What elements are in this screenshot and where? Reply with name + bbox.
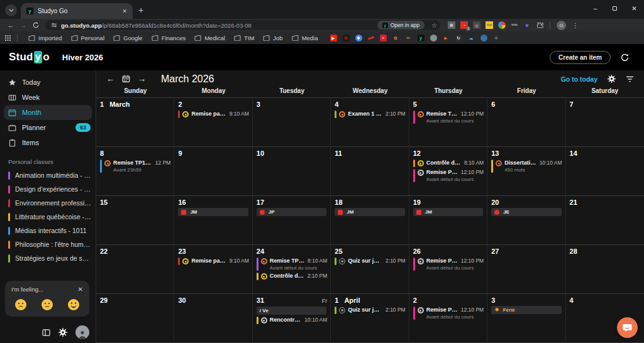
bookmark-folder-job[interactable]: Job xyxy=(263,35,282,41)
open-in-app-chip[interactable]: y Open in app xyxy=(377,21,425,30)
go-to-today-button[interactable]: Go to today xyxy=(561,75,597,83)
close-window-button[interactable]: ✕ xyxy=(625,1,644,15)
feeling-close-icon[interactable]: ✕ xyxy=(78,286,83,293)
day-cell[interactable]: 19JM xyxy=(409,196,487,245)
day-cell[interactable]: 16JM xyxy=(174,196,252,245)
orange-play-icon[interactable]: ▶ xyxy=(443,35,450,41)
calendar-event[interactable]: Contrôle de lectur...8:10 AM xyxy=(413,160,484,167)
calendar-event[interactable]: Remise Partielle ...12:10 PMAvant début … xyxy=(413,169,484,182)
new-tab-button[interactable]: + xyxy=(138,6,143,14)
day-cell[interactable]: 1March xyxy=(96,98,174,147)
day-cell[interactable]: 3 xyxy=(253,98,331,147)
globe-icon[interactable] xyxy=(480,35,487,41)
back-button[interactable]: ← xyxy=(5,22,16,29)
bookmark-folder-media[interactable]: Media xyxy=(292,35,318,41)
ext-forks-icon[interactable]: ΨΨΨ xyxy=(511,21,518,29)
day-cell[interactable]: 2Remise Partielle ...12:10 PMAvant début… xyxy=(409,294,487,343)
day-cell[interactable]: 10 xyxy=(253,147,331,196)
day-cell[interactable]: 30 xyxy=(174,294,252,343)
day-cell[interactable]: 17JP xyxy=(253,196,331,245)
day-cell[interactable]: 26Remise Partielle ...12:10 PMAvant débu… xyxy=(409,245,487,294)
calendar-event[interactable]: Rencontres indiv...10:10 AM xyxy=(257,317,327,324)
extensions-puzzle-icon[interactable] xyxy=(536,21,543,29)
day-cell[interactable]: 31Fr/ VeRencontres indiv...10:10 AM xyxy=(253,294,331,343)
day-cell[interactable]: 18JM xyxy=(331,196,409,245)
class-item[interactable]: Animation multimédia - 1021 xyxy=(0,168,96,182)
day-cell[interactable]: 2Remise partielle T...9:10 AM xyxy=(174,98,252,147)
day-cell[interactable]: 29 xyxy=(96,294,174,343)
ext-purple-icon[interactable]: ✾ xyxy=(523,21,531,29)
class-item[interactable]: Médias interactifs - 1011 xyxy=(0,224,96,237)
settings-gear-icon[interactable] xyxy=(58,328,67,337)
orange-flower-icon[interactable]: ✿ xyxy=(392,35,399,41)
bookmark-star-icon[interactable]: ☆ xyxy=(431,22,437,29)
class-item[interactable]: Design d'expériences - 1021 xyxy=(0,182,96,196)
calendar-settings-gear-icon[interactable] xyxy=(608,75,616,83)
day-cell[interactable]: 20JE xyxy=(487,196,565,245)
day-cell[interactable]: 28 xyxy=(566,245,644,294)
calendar-event[interactable]: Remise TP2 (25%)8:10 AMAvant début du co… xyxy=(257,258,327,271)
mood-worried-emoji[interactable] xyxy=(14,298,27,311)
red-swoosh-icon[interactable] xyxy=(367,36,374,40)
linkedin-orange-icon[interactable]: in xyxy=(405,35,412,41)
mini-calendar-icon[interactable] xyxy=(122,75,130,83)
class-item[interactable]: Environnement professionnel - 1... xyxy=(0,196,96,210)
calendar-event[interactable]: ★Quiz sur jeu (3%)2:10 PM xyxy=(335,258,405,265)
next-month-button[interactable]: → xyxy=(138,75,146,83)
panel-toggle-icon[interactable] xyxy=(42,329,50,336)
browser-tab[interactable]: y Studyo Go ✕ xyxy=(21,3,133,19)
site-info-icon[interactable] xyxy=(51,22,57,28)
address-bar[interactable]: go.studyo.app/p/68ab587e956afd1c8e4c6f0d… xyxy=(45,20,440,30)
prev-month-button[interactable]: ← xyxy=(106,75,114,83)
chat-fab-button[interactable] xyxy=(617,317,638,338)
ext-camera-icon[interactable]: ◎ xyxy=(473,21,480,29)
browser-menu-icon[interactable]: ⋮ xyxy=(572,22,579,29)
class-item[interactable]: Philosophie : l'être humain - 1250 xyxy=(0,237,96,251)
all-day-banner[interactable]: JM xyxy=(335,208,404,216)
day-cell[interactable]: 3✸Férié xyxy=(487,294,565,343)
create-item-button[interactable]: Create an item xyxy=(550,51,611,64)
blue-app-icon[interactable]: ✱ xyxy=(355,35,362,41)
red-bank-icon[interactable]: ≡ xyxy=(380,35,387,41)
mood-happy-emoji[interactable] xyxy=(67,298,80,311)
calendar-event[interactable]: ★Quiz sur jeu (3%)2:10 PM xyxy=(335,307,405,314)
bookmark-folder-personal[interactable]: Personal xyxy=(71,35,105,41)
calendar-event[interactable]: Remise partielle T...9:10 AM xyxy=(178,258,248,265)
filter-icon[interactable] xyxy=(626,76,634,82)
calendar-event[interactable]: Dissertation part...10:10 AM450 mots xyxy=(491,160,562,173)
clock-icon[interactable]: ↻ xyxy=(455,35,462,41)
sidebar-item-month[interactable]: Month xyxy=(4,105,92,120)
reload-button[interactable] xyxy=(30,22,42,28)
day-cell[interactable]: 7 xyxy=(566,98,644,147)
user-avatar[interactable] xyxy=(75,325,89,339)
sidebar-item-today[interactable]: Today xyxy=(0,75,96,90)
calendar-event[interactable]: Remise Partielle ...12:10 PMAvant début … xyxy=(413,258,484,271)
all-day-banner[interactable]: JE xyxy=(491,208,561,216)
profile-avatar[interactable]: G xyxy=(557,21,566,30)
day-cell[interactable]: 6 xyxy=(487,98,565,147)
day-cell[interactable]: 12Contrôle de lectur...8:10 AMRemise Par… xyxy=(409,147,487,196)
all-day-banner[interactable]: JM xyxy=(178,208,248,216)
all-day-banner[interactable]: ✸Férié xyxy=(491,306,561,314)
calendar-event[interactable]: Contrôle de lectur...2:10 PM xyxy=(257,273,327,280)
ext-r-icon[interactable]: R xyxy=(448,21,455,29)
day-cell[interactable]: 21 xyxy=(566,196,644,245)
youtube-icon[interactable]: ▶ xyxy=(330,35,337,41)
bookmark-folder-finances[interactable]: Finances xyxy=(152,35,186,41)
day-cell[interactable]: 8Remise TP1 (20%)12 PMAvant 23h59 xyxy=(96,147,174,196)
tab-close-icon[interactable]: ✕ xyxy=(122,8,127,14)
calendar-event[interactable]: Remise TP1 (25%)12:10 PMAvant début du c… xyxy=(413,111,484,124)
cloud-icon[interactable]: ☁ xyxy=(468,35,475,41)
ext-2048-icon[interactable]: 2048 xyxy=(486,21,493,29)
sidebar-item-week[interactable]: Week xyxy=(0,90,96,105)
calendar-event[interactable]: Remise TP1 (20%)12 PMAvant 23h59 xyxy=(100,160,170,173)
refresh-icon[interactable] xyxy=(621,53,629,62)
day-cell[interactable]: 23Remise partielle T...9:10 AM xyxy=(174,245,252,294)
netflix-icon[interactable]: N xyxy=(343,35,350,41)
calendar-event[interactable]: Remise partielle T...9:10 AM xyxy=(178,111,248,118)
bookmark-folder-tim[interactable]: TIM xyxy=(234,35,254,41)
bookmark-folder-medical[interactable]: Medical xyxy=(194,35,225,41)
bookmark-folder-google[interactable]: Google xyxy=(113,35,143,41)
day-cell[interactable]: 27 xyxy=(487,245,565,294)
tab-search-button[interactable] xyxy=(5,4,17,16)
